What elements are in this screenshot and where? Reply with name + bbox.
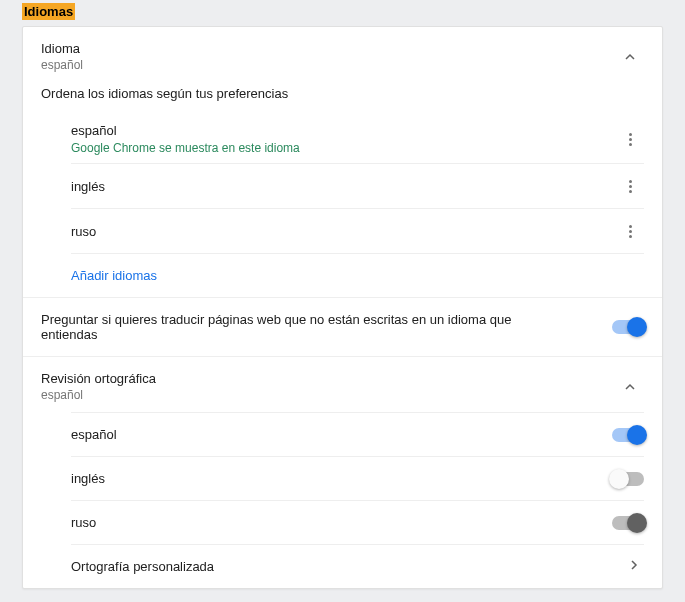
- spellcheck-toggle[interactable]: [612, 516, 644, 530]
- language-item: ruso: [71, 208, 644, 253]
- spellcheck-toggle[interactable]: [612, 428, 644, 442]
- language-name: ruso: [71, 224, 96, 239]
- spellcheck-language-name: ruso: [71, 515, 96, 530]
- toggle-thumb: [627, 317, 647, 337]
- translate-label: Preguntar si quieres traducir páginas we…: [41, 312, 541, 342]
- add-language-row: Añadir idiomas: [71, 253, 644, 297]
- spellcheck-item: español: [71, 412, 644, 456]
- more-vert-icon: [629, 133, 632, 146]
- add-language-link[interactable]: Añadir idiomas: [71, 268, 157, 283]
- chevron-up-icon: [624, 381, 636, 393]
- spellcheck-language-name: español: [71, 427, 117, 442]
- translate-toggle[interactable]: [612, 320, 644, 334]
- language-instruction: Ordena los idiomas según tus preferencia…: [23, 82, 662, 115]
- spellcheck-section-title: Revisión ortográfica: [41, 371, 156, 386]
- toggle-thumb: [627, 513, 647, 533]
- language-collapse-button[interactable]: [616, 43, 644, 71]
- language-item-menu-button[interactable]: [616, 125, 644, 153]
- language-name: inglés: [71, 179, 105, 194]
- language-section-title: Idioma: [41, 41, 83, 56]
- more-vert-icon: [629, 180, 632, 193]
- settings-card: Idioma español Ordena los idiomas según …: [22, 26, 663, 589]
- spellcheck-item: ruso: [71, 500, 644, 544]
- page-title: Idiomas: [22, 3, 75, 20]
- translate-toggle-row: Preguntar si quieres traducir páginas we…: [23, 297, 662, 356]
- custom-spelling-row[interactable]: Ortografía personalizada: [71, 544, 644, 588]
- spellcheck-collapse-button[interactable]: [616, 373, 644, 401]
- chevron-up-icon: [624, 51, 636, 63]
- language-item: inglés: [71, 163, 644, 208]
- language-item-menu-button[interactable]: [616, 217, 644, 245]
- more-vert-icon: [629, 225, 632, 238]
- spellcheck-item: inglés: [71, 456, 644, 500]
- toggle-thumb: [609, 469, 629, 489]
- language-section-subtitle: español: [41, 58, 83, 72]
- language-list: español Google Chrome se muestra en este…: [23, 115, 662, 297]
- chevron-right-icon: [628, 559, 640, 574]
- toggle-thumb: [627, 425, 647, 445]
- spellcheck-section-titles: Revisión ortográfica español: [41, 371, 156, 402]
- language-item-menu-button[interactable]: [616, 172, 644, 200]
- language-item: español Google Chrome se muestra en este…: [71, 115, 644, 163]
- spellcheck-section-header[interactable]: Revisión ortográfica español: [23, 356, 662, 412]
- language-item-subtitle: Google Chrome se muestra en este idioma: [71, 141, 300, 155]
- language-name: español: [71, 123, 300, 138]
- language-item-text: español Google Chrome se muestra en este…: [71, 123, 300, 155]
- spellcheck-list: español inglés ruso Ortografía personali…: [23, 412, 662, 588]
- spellcheck-section-subtitle: español: [41, 388, 156, 402]
- language-section-header[interactable]: Idioma español: [23, 27, 662, 82]
- spellcheck-toggle[interactable]: [612, 472, 644, 486]
- custom-spelling-label: Ortografía personalizada: [71, 559, 214, 574]
- language-section-titles: Idioma español: [41, 41, 83, 72]
- spellcheck-language-name: inglés: [71, 471, 105, 486]
